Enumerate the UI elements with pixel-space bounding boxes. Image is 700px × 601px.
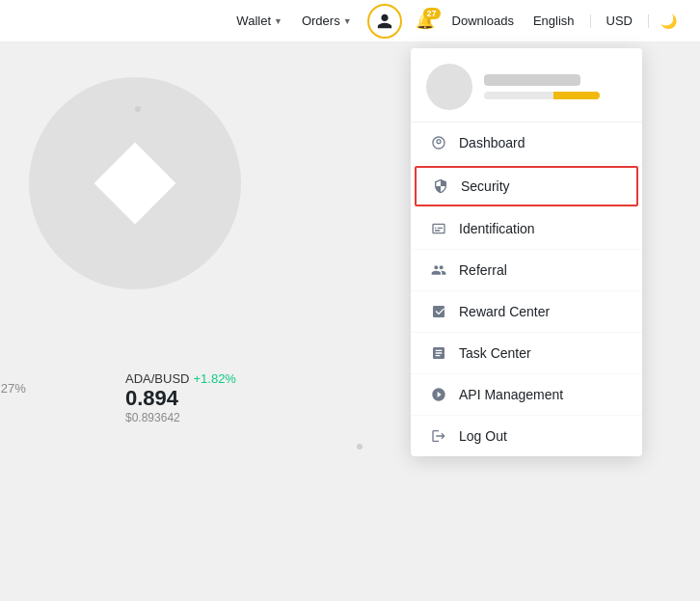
wallet-label: Wallet: [236, 14, 271, 28]
dashboard-label: Dashboard: [459, 135, 525, 150]
nav-divider-2: [648, 14, 649, 28]
referral-label: Referral: [459, 262, 507, 278]
reward-center-icon: [430, 303, 447, 320]
nav-divider: [590, 14, 591, 28]
task-center-menu-item[interactable]: Task Center: [411, 333, 642, 374]
identification-icon: [430, 220, 447, 237]
nav-items: Wallet ▼ Orders ▼ 🔔 27 Downloads English…: [229, 4, 681, 39]
log-out-icon: [430, 427, 447, 445]
downloads-nav-item[interactable]: Downloads: [444, 10, 522, 32]
user-name-blurred: [484, 74, 580, 86]
navbar: Wallet ▼ Orders ▼ 🔔 27 Downloads English…: [0, 0, 700, 42]
orders-label: Orders: [302, 14, 340, 28]
english-label: English: [533, 14, 575, 28]
coin-price: 0.894: [125, 386, 236, 411]
task-center-icon: [430, 344, 447, 362]
dashboard-icon: [430, 134, 447, 151]
orders-nav-item[interactable]: Orders ▼: [294, 10, 360, 32]
security-label: Security: [461, 178, 510, 194]
task-center-label: Task Center: [459, 345, 531, 361]
log-out-label: Log Out: [459, 428, 507, 444]
user-avatar: [426, 64, 472, 110]
theme-toggle-button[interactable]: 🌙: [657, 10, 681, 33]
coin-change: +1.82%: [193, 371, 235, 386]
downloads-label: Downloads: [452, 14, 514, 28]
user-level-bar: [484, 92, 600, 99]
dashboard-menu-item[interactable]: Dashboard: [411, 123, 642, 164]
dot-decoration: [357, 444, 363, 450]
identification-label: Identification: [459, 221, 535, 236]
coin-usd-price: $0.893642: [125, 411, 236, 424]
log-out-menu-item[interactable]: Log Out: [411, 416, 642, 456]
dot-decoration: [135, 106, 141, 112]
usd-label: USD: [606, 14, 633, 28]
identification-menu-item[interactable]: Identification: [411, 208, 642, 250]
account-icon-button[interactable]: [367, 4, 402, 39]
usd-nav-item[interactable]: USD: [599, 10, 640, 32]
account-dropdown-menu: Dashboard Security Identification Referr…: [411, 48, 642, 456]
reward-center-label: Reward Center: [459, 304, 550, 319]
api-management-menu-item[interactable]: API Management: [411, 374, 642, 416]
orders-caret-icon: ▼: [343, 16, 352, 26]
user-info: [484, 74, 627, 99]
referral-icon: [430, 261, 447, 279]
english-nav-item[interactable]: English: [525, 10, 582, 32]
coin-info: ADA/BUSD +1.82% 0.894 $0.893642: [125, 371, 236, 424]
referral-menu-item[interactable]: Referral: [411, 250, 642, 291]
coin-pair: ADA/BUSD: [125, 371, 189, 386]
notifications-bell[interactable]: 🔔 27: [410, 8, 441, 34]
diamond-icon: [94, 143, 176, 225]
security-icon: [432, 178, 449, 195]
user-banner: [411, 48, 642, 123]
api-management-label: API Management: [459, 387, 563, 402]
bell-badge: 27: [423, 8, 441, 19]
security-menu-item[interactable]: Security: [415, 166, 638, 206]
wallet-nav-item[interactable]: Wallet ▼: [229, 10, 290, 32]
account-icon: [376, 13, 393, 30]
api-management-icon: [430, 386, 447, 403]
percent-text: 5.27%: [0, 381, 26, 396]
reward-center-menu-item[interactable]: Reward Center: [411, 291, 642, 333]
wallet-caret-icon: ▼: [274, 16, 283, 26]
